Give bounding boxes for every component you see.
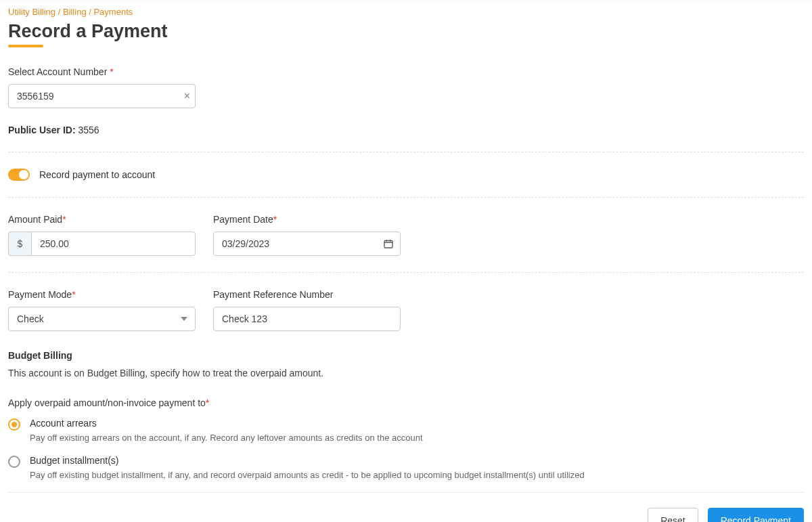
payment-mode-value: Check xyxy=(17,313,44,324)
payment-mode-select[interactable]: Check xyxy=(8,307,196,331)
breadcrumb-l1[interactable]: Utility Billing xyxy=(8,7,55,17)
divider xyxy=(8,152,804,152)
required-marker: * xyxy=(72,289,75,300)
required-marker: * xyxy=(206,397,209,408)
calendar-icon[interactable] xyxy=(383,232,394,256)
overpaid-label: Apply overpaid amount/non-invoice paymen… xyxy=(8,397,804,408)
reset-button[interactable]: Reset xyxy=(648,508,698,522)
payment-ref-label: Payment Reference Number xyxy=(213,289,401,300)
overpaid-label-text: Apply overpaid amount/non-invoice paymen… xyxy=(8,397,206,408)
required-marker: * xyxy=(62,214,66,225)
radio-budget-installment[interactable]: Budget installment(s) Pay off existing b… xyxy=(8,455,804,480)
public-user-row: Public User ID: 3556 xyxy=(8,125,804,135)
amount-label: Amount Paid* xyxy=(8,214,196,225)
date-label-text: Payment Date xyxy=(213,214,273,225)
toggle-label: Record payment to account xyxy=(39,169,155,180)
title-underline xyxy=(8,45,43,47)
breadcrumb-sep: / xyxy=(87,7,94,17)
currency-prefix: $ xyxy=(8,232,31,256)
required-marker: * xyxy=(273,214,277,225)
ref-label-text: Payment Reference Number xyxy=(213,289,333,300)
radio-desc: Pay off existing arrears on the account,… xyxy=(30,433,804,443)
toggle-knob xyxy=(19,170,28,179)
account-number-input[interactable] xyxy=(8,84,196,108)
radio-account-arrears[interactable]: Account arrears Pay off existing arrears… xyxy=(8,418,804,443)
clear-icon[interactable]: × xyxy=(184,84,190,108)
payment-ref-input[interactable] xyxy=(213,307,401,331)
payment-date-input[interactable] xyxy=(213,232,401,256)
amount-input[interactable] xyxy=(31,232,196,256)
radio-title: Account arrears xyxy=(30,418,804,429)
public-user-value: 3556 xyxy=(76,125,99,135)
divider xyxy=(8,197,804,198)
breadcrumb-l2[interactable]: Billing xyxy=(63,7,87,17)
budget-heading: Budget Billing xyxy=(8,350,804,361)
account-label: Select Account Number * xyxy=(8,66,804,77)
record-payment-button[interactable]: Record Payment xyxy=(708,508,804,522)
budget-desc: This account is on Budget Billing, speci… xyxy=(8,368,804,378)
breadcrumb-l3[interactable]: Payments xyxy=(93,7,133,17)
page-title: Record a Payment xyxy=(8,21,804,42)
payment-date-label: Payment Date* xyxy=(213,214,401,225)
divider xyxy=(8,272,804,273)
amount-label-text: Amount Paid xyxy=(8,214,62,225)
breadcrumb-sep: / xyxy=(55,7,63,17)
radio-desc: Pay off existing budget installment, if … xyxy=(30,470,804,480)
payment-mode-label: Payment Mode* xyxy=(8,289,196,300)
radio-title: Budget installment(s) xyxy=(30,455,804,466)
account-label-text: Select Account Number xyxy=(8,66,110,77)
svg-rect-0 xyxy=(384,240,392,248)
breadcrumb: Utility Billing / Billing / Payments xyxy=(8,7,804,17)
record-to-account-toggle[interactable] xyxy=(8,169,30,181)
public-user-label: Public User ID: xyxy=(8,125,76,135)
radio-icon xyxy=(8,456,20,468)
mode-label-text: Payment Mode xyxy=(8,289,72,300)
footer-divider xyxy=(8,492,804,493)
required-marker: * xyxy=(110,66,113,77)
radio-icon xyxy=(8,418,20,431)
